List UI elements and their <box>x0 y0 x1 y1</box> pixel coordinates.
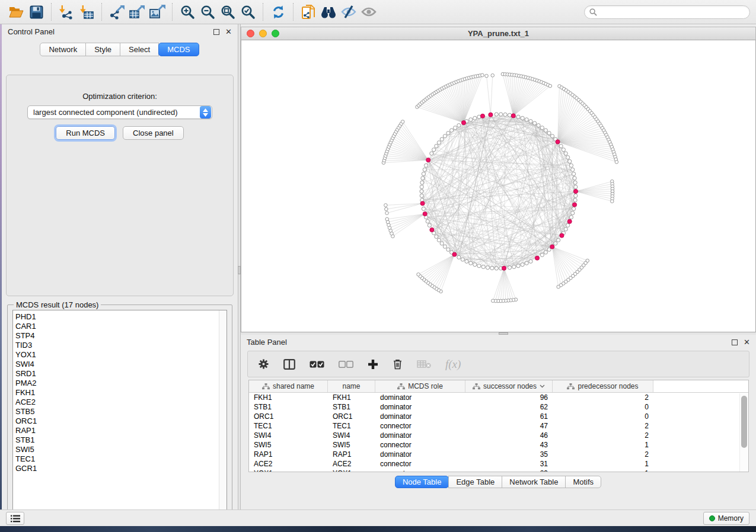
mcds-result-item[interactable]: STB5 <box>15 407 219 416</box>
ring-node[interactable] <box>469 261 473 265</box>
mcds-result-item[interactable]: TEC1 <box>15 454 219 464</box>
ring-node[interactable] <box>568 159 572 163</box>
ring-node[interactable] <box>473 263 477 267</box>
ring-node[interactable] <box>457 124 461 127</box>
cell-mcds_role[interactable]: dominator <box>375 450 465 459</box>
ring-node[interactable] <box>572 172 576 175</box>
cell-mcds_role[interactable]: connector <box>375 460 465 468</box>
ring-node[interactable] <box>422 207 425 210</box>
ring-node[interactable] <box>422 172 425 175</box>
mcds-hub-node[interactable] <box>550 245 554 249</box>
import-table-icon[interactable] <box>76 3 97 21</box>
tab-style[interactable]: Style <box>85 43 120 56</box>
ring-node[interactable] <box>477 264 481 268</box>
mcds-result-item[interactable]: ACE2 <box>15 398 219 407</box>
zoom-in-icon[interactable] <box>177 3 197 21</box>
cell-shared_name[interactable]: ACE2 <box>249 460 328 468</box>
ring-node[interactable] <box>426 220 429 223</box>
leaf-node[interactable] <box>384 204 388 207</box>
ring-node[interactable] <box>443 134 446 138</box>
cell-mcds_role[interactable]: dominator <box>375 431 465 440</box>
result-list-scrollbar[interactable] <box>219 310 227 515</box>
ring-node[interactable] <box>423 168 426 171</box>
cell-successor_nodes[interactable]: 61 <box>465 412 553 421</box>
mcds-result-item[interactable]: PMA2 <box>15 379 219 388</box>
ring-node[interactable] <box>559 144 563 148</box>
ring-node[interactable] <box>465 259 468 263</box>
table-row[interactable]: ACE2ACE2connector311 <box>249 459 748 469</box>
leaf-node[interactable] <box>557 285 560 289</box>
save-session-icon[interactable] <box>26 3 46 21</box>
table-row[interactable]: YOX1YOX1connector291 <box>249 469 748 472</box>
ring-node[interactable] <box>424 164 428 167</box>
mcds-hub-node[interactable] <box>461 121 465 125</box>
mcds-hub-node[interactable] <box>420 201 425 206</box>
ring-node[interactable] <box>461 258 464 261</box>
table-scrollbar-thumb[interactable] <box>741 396 747 448</box>
ring-node[interactable] <box>440 242 444 245</box>
ring-node[interactable] <box>573 177 576 180</box>
ring-node[interactable] <box>457 255 461 259</box>
ring-node[interactable] <box>432 148 436 152</box>
mcds-hub-node[interactable] <box>560 233 564 238</box>
leaf-node[interactable] <box>401 120 404 124</box>
mcds-hub-node[interactable] <box>511 114 515 118</box>
cell-mcds_role[interactable]: connector <box>375 441 465 449</box>
refresh-layout-icon[interactable] <box>268 3 288 21</box>
cell-predecessor_nodes[interactable]: 1 <box>553 441 653 449</box>
ring-node[interactable] <box>547 132 551 135</box>
ring-node[interactable] <box>525 118 528 121</box>
ring-node[interactable] <box>421 177 425 180</box>
close-panel-button[interactable]: Close panel <box>123 126 184 140</box>
ring-node[interactable] <box>437 141 441 145</box>
cell-shared_name[interactable]: ORC1 <box>249 412 328 421</box>
table-row[interactable]: SWI5SWI5connector431 <box>249 440 748 450</box>
cell-successor_nodes[interactable]: 29 <box>465 469 553 472</box>
ring-node[interactable] <box>420 194 423 197</box>
cell-shared_name[interactable]: SWI4 <box>249 431 328 440</box>
export-image-icon[interactable] <box>147 3 167 21</box>
cell-successor_nodes[interactable]: 62 <box>465 403 553 411</box>
cell-name[interactable]: YOX1 <box>328 469 375 472</box>
cell-successor_nodes[interactable]: 35 <box>465 450 553 459</box>
cell-mcds_role[interactable]: dominator <box>375 393 465 402</box>
zoom-out-icon[interactable] <box>197 3 218 21</box>
cell-name[interactable]: ORC1 <box>328 412 375 421</box>
ring-node[interactable] <box>435 144 438 148</box>
cell-name[interactable]: RAP1 <box>328 450 375 459</box>
hide-selected-icon[interactable] <box>339 3 359 21</box>
mcds-hub-node[interactable] <box>567 219 572 223</box>
select-all-icon[interactable] <box>310 361 324 368</box>
leaf-node[interactable] <box>385 217 389 221</box>
mcds-hub-node[interactable] <box>489 113 493 117</box>
leaf-node[interactable] <box>417 273 420 276</box>
float-panel-icon[interactable] <box>213 29 219 35</box>
cell-mcds_role[interactable]: connector <box>375 422 465 430</box>
leaf-node[interactable] <box>385 211 389 215</box>
cell-successor_nodes[interactable]: 31 <box>465 460 553 468</box>
leaf-node[interactable] <box>615 161 618 164</box>
mcds-result-item[interactable]: GCR1 <box>15 464 219 473</box>
open-file-icon[interactable] <box>6 3 26 21</box>
ring-node[interactable] <box>551 134 554 138</box>
tab-edge-table[interactable]: Edge Table <box>448 476 502 488</box>
tab-mcds[interactable]: MCDS <box>158 43 199 56</box>
leaf-node[interactable] <box>610 200 614 203</box>
cell-predecessor_nodes[interactable]: 2 <box>553 450 653 459</box>
tab-select[interactable]: Select <box>120 43 159 56</box>
column-header-shared-name[interactable]: shared name <box>249 380 328 392</box>
network-graph[interactable] <box>241 40 755 331</box>
close-panel-icon[interactable]: ✕ <box>225 29 232 35</box>
criterion-dropdown[interactable]: largest connected component (undirected) <box>27 105 212 119</box>
mcds-result-item[interactable]: PHD1 <box>15 312 219 322</box>
mcds-hub-node[interactable] <box>556 140 560 144</box>
cell-mcds_role[interactable]: dominator <box>375 403 465 411</box>
import-network-icon[interactable] <box>56 3 76 21</box>
ring-node[interactable] <box>569 216 573 219</box>
ring-node[interactable] <box>544 129 547 132</box>
mcds-hub-node[interactable] <box>480 114 484 118</box>
cell-shared_name[interactable]: RAP1 <box>249 450 328 459</box>
table-row[interactable]: STB1STB1dominator620 <box>249 402 748 412</box>
ring-node[interactable] <box>566 156 570 159</box>
cell-predecessor_nodes[interactable]: 0 <box>553 403 653 411</box>
